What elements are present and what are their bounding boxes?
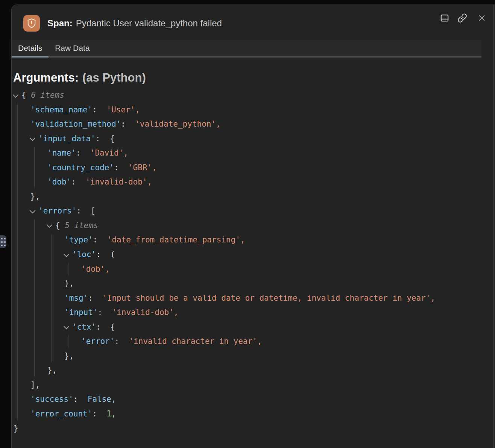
token-meta: 5 items <box>65 221 98 230</box>
token-str: 'validate_python', <box>135 120 221 129</box>
code-line: 'error_count': 1, <box>0 407 495 421</box>
tab-details[interactable]: Details <box>12 40 49 56</box>
token-key: 'schema_name' <box>30 105 92 114</box>
token-key: 'ctx' <box>72 322 96 331</box>
token-punct: : <box>93 235 107 244</box>
chevron-down-icon[interactable] <box>64 251 70 257</box>
token-punct: { <box>55 221 65 230</box>
token-str: 'date_from_datetime_parsing', <box>107 235 245 244</box>
code-line: 'name': 'David', <box>0 146 495 160</box>
tab-bar: Details Raw Data <box>12 40 481 58</box>
code-line: 'dob', <box>0 262 495 277</box>
token-punct: }, <box>64 351 74 360</box>
close-button[interactable] <box>476 12 488 24</box>
token-key: 'validation_method' <box>30 120 121 129</box>
dock-panel-button[interactable] <box>439 12 451 24</box>
token-key: 'msg' <box>64 294 88 303</box>
token-key: 'name' <box>47 148 76 157</box>
code-line: 'schema_name': 'User', <box>0 103 495 117</box>
token-key: 'input_data' <box>38 134 96 143</box>
grip-dots-icon <box>1 238 3 239</box>
token-punct: }, <box>47 366 57 375</box>
token-punct: : <box>121 120 135 129</box>
code-tree: { 6 items'schema_name': 'User','validati… <box>0 88 495 436</box>
scrollbar-track[interactable] <box>493 5 494 448</box>
code-line: 'input_data': { <box>0 132 495 146</box>
code-line: 'ctx': { <box>0 320 495 334</box>
token-punct: : <box>114 163 128 172</box>
copy-link-button[interactable] <box>456 12 468 24</box>
token-key: 'type' <box>64 235 93 244</box>
code-line: } <box>0 421 495 436</box>
code-line: 'validation_method': 'validate_python', <box>0 117 495 132</box>
token-str: 'invalid-dob', <box>112 308 178 317</box>
token-punct: : <box>73 395 88 404</box>
token-str: 'David', <box>90 148 128 157</box>
dock-bottom-icon <box>440 13 449 23</box>
token-punct: : { <box>96 134 115 143</box>
token-punct: ], <box>30 380 40 389</box>
token-punct: }, <box>30 192 40 201</box>
code-line: 'country_code': 'GBR', <box>0 160 495 175</box>
token-punct: : <box>92 105 106 114</box>
chevron-down-icon[interactable] <box>30 208 36 214</box>
code-line: 'dob': 'invalid-dob', <box>0 175 495 189</box>
code-line: 'error': 'invalid character in year', <box>0 334 495 349</box>
token-punct: : <box>115 337 129 346</box>
code-line: 'type': 'date_from_datetime_parsing', <box>0 233 495 247</box>
drawer-drag-handle[interactable] <box>0 235 6 248</box>
close-icon <box>478 14 486 22</box>
token-key: 'input' <box>64 308 98 317</box>
token-punct: : { <box>96 322 115 331</box>
link-icon <box>457 13 467 23</box>
code-line: }, <box>0 349 495 363</box>
code-line: }, <box>0 189 495 204</box>
token-key: 'error' <box>81 337 115 346</box>
span-kind-badge <box>23 15 40 32</box>
token-str: 'User', <box>106 105 140 114</box>
code-line: 'loc': ( <box>0 247 495 262</box>
token-punct: : <box>92 409 106 418</box>
shield-alert-icon <box>26 18 37 29</box>
token-punct: : <box>71 177 85 186</box>
token-punct: : <box>76 148 90 157</box>
token-punct: } <box>14 424 18 433</box>
code-line: ], <box>0 378 495 392</box>
code-line: 'msg': 'Input should be a valid date or … <box>0 291 495 306</box>
token-punct: { <box>21 91 31 100</box>
token-punct: ), <box>64 279 74 288</box>
span-title-text: Pydantic User validate_python failed <box>76 18 222 28</box>
code-line: ), <box>0 276 495 291</box>
arguments-heading-suffix: (as Python) <box>82 71 146 84</box>
token-meta: 6 items <box>31 91 64 100</box>
token-key: 'error_count' <box>30 409 92 418</box>
token-str: 'GBR', <box>128 163 157 172</box>
tab-raw-data[interactable]: Raw Data <box>49 40 96 56</box>
code-line: 'errors': [ <box>0 204 495 218</box>
token-str: 'Input should be a valid date or datetim… <box>102 294 435 303</box>
code-line: 'input': 'invalid-dob', <box>0 305 495 320</box>
chevron-down-icon[interactable] <box>13 92 19 98</box>
token-punct: : ( <box>96 250 115 259</box>
token-str: 'invalid-dob', <box>85 177 152 186</box>
token-punct: : [ <box>76 206 96 215</box>
panel-title: Span:Pydantic User validate_python faile… <box>47 13 222 34</box>
token-key: 'dob' <box>47 177 71 186</box>
token-punct: : <box>88 294 102 303</box>
token-num: 1, <box>106 409 116 418</box>
code-line: }, <box>0 363 495 378</box>
token-str: 'invalid character in year', <box>129 337 262 346</box>
chevron-down-icon[interactable] <box>47 222 53 228</box>
code-line: { 5 items <box>0 218 495 233</box>
arguments-heading: Arguments:(as Python) <box>13 71 146 85</box>
token-punct: : <box>98 308 112 317</box>
arguments-heading-label: Arguments: <box>13 71 79 84</box>
token-bool: False, <box>88 395 116 404</box>
token-key: 'loc' <box>72 250 96 259</box>
code-line: { 6 items <box>0 88 495 103</box>
token-str: 'dob', <box>81 265 110 274</box>
chevron-down-icon[interactable] <box>64 324 70 330</box>
token-key: 'country_code' <box>47 163 114 172</box>
token-key: 'errors' <box>38 206 76 215</box>
chevron-down-icon[interactable] <box>30 135 36 141</box>
